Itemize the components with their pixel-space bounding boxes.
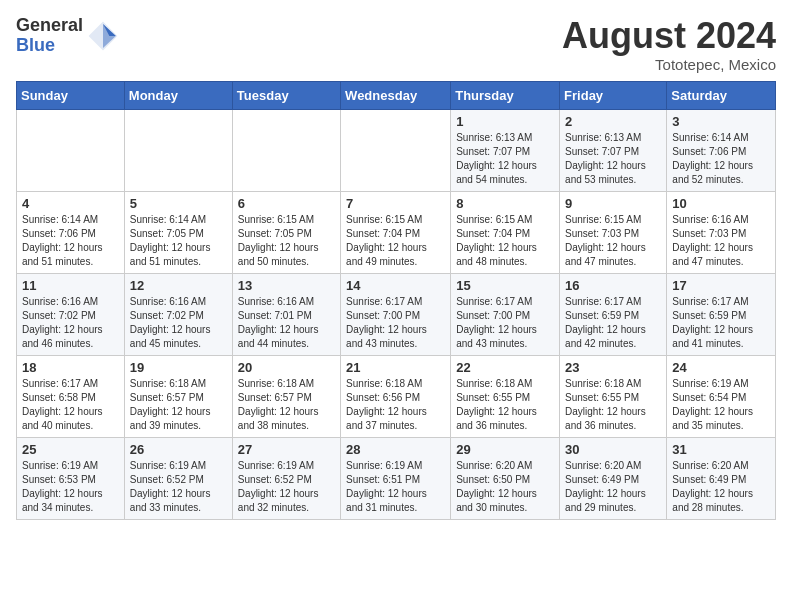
day-number: 21 xyxy=(346,360,445,375)
day-info: Sunrise: 6:16 AM Sunset: 7:02 PM Dayligh… xyxy=(22,295,119,351)
logo-icon xyxy=(87,20,119,52)
calendar-cell: 13Sunrise: 6:16 AM Sunset: 7:01 PM Dayli… xyxy=(232,273,340,355)
day-number: 29 xyxy=(456,442,554,457)
weekday-header: Monday xyxy=(124,81,232,109)
weekday-header: Wednesday xyxy=(341,81,451,109)
day-info: Sunrise: 6:16 AM Sunset: 7:01 PM Dayligh… xyxy=(238,295,335,351)
day-number: 20 xyxy=(238,360,335,375)
day-number: 8 xyxy=(456,196,554,211)
day-info: Sunrise: 6:17 AM Sunset: 7:00 PM Dayligh… xyxy=(346,295,445,351)
calendar-cell: 26Sunrise: 6:19 AM Sunset: 6:52 PM Dayli… xyxy=(124,437,232,519)
calendar: SundayMondayTuesdayWednesdayThursdayFrid… xyxy=(16,81,776,520)
calendar-cell: 29Sunrise: 6:20 AM Sunset: 6:50 PM Dayli… xyxy=(451,437,560,519)
day-number: 24 xyxy=(672,360,770,375)
calendar-cell: 24Sunrise: 6:19 AM Sunset: 6:54 PM Dayli… xyxy=(667,355,776,437)
calendar-cell: 2Sunrise: 6:13 AM Sunset: 7:07 PM Daylig… xyxy=(560,109,667,191)
calendar-cell: 6Sunrise: 6:15 AM Sunset: 7:05 PM Daylig… xyxy=(232,191,340,273)
day-info: Sunrise: 6:18 AM Sunset: 6:57 PM Dayligh… xyxy=(238,377,335,433)
day-number: 13 xyxy=(238,278,335,293)
day-info: Sunrise: 6:20 AM Sunset: 6:49 PM Dayligh… xyxy=(672,459,770,515)
day-number: 11 xyxy=(22,278,119,293)
day-number: 14 xyxy=(346,278,445,293)
day-info: Sunrise: 6:19 AM Sunset: 6:51 PM Dayligh… xyxy=(346,459,445,515)
calendar-cell: 3Sunrise: 6:14 AM Sunset: 7:06 PM Daylig… xyxy=(667,109,776,191)
day-info: Sunrise: 6:18 AM Sunset: 6:57 PM Dayligh… xyxy=(130,377,227,433)
day-number: 25 xyxy=(22,442,119,457)
weekday-header: Thursday xyxy=(451,81,560,109)
logo-general: General xyxy=(16,16,83,36)
day-number: 9 xyxy=(565,196,661,211)
calendar-cell: 17Sunrise: 6:17 AM Sunset: 6:59 PM Dayli… xyxy=(667,273,776,355)
day-info: Sunrise: 6:18 AM Sunset: 6:56 PM Dayligh… xyxy=(346,377,445,433)
day-info: Sunrise: 6:16 AM Sunset: 7:02 PM Dayligh… xyxy=(130,295,227,351)
calendar-cell: 1Sunrise: 6:13 AM Sunset: 7:07 PM Daylig… xyxy=(451,109,560,191)
day-info: Sunrise: 6:20 AM Sunset: 6:49 PM Dayligh… xyxy=(565,459,661,515)
day-info: Sunrise: 6:19 AM Sunset: 6:54 PM Dayligh… xyxy=(672,377,770,433)
day-number: 7 xyxy=(346,196,445,211)
calendar-cell: 28Sunrise: 6:19 AM Sunset: 6:51 PM Dayli… xyxy=(341,437,451,519)
day-number: 2 xyxy=(565,114,661,129)
calendar-cell: 10Sunrise: 6:16 AM Sunset: 7:03 PM Dayli… xyxy=(667,191,776,273)
weekday-header: Saturday xyxy=(667,81,776,109)
day-number: 12 xyxy=(130,278,227,293)
day-number: 4 xyxy=(22,196,119,211)
day-number: 5 xyxy=(130,196,227,211)
day-info: Sunrise: 6:14 AM Sunset: 7:06 PM Dayligh… xyxy=(22,213,119,269)
calendar-cell: 31Sunrise: 6:20 AM Sunset: 6:49 PM Dayli… xyxy=(667,437,776,519)
day-info: Sunrise: 6:20 AM Sunset: 6:50 PM Dayligh… xyxy=(456,459,554,515)
day-info: Sunrise: 6:18 AM Sunset: 6:55 PM Dayligh… xyxy=(565,377,661,433)
calendar-week-row: 25Sunrise: 6:19 AM Sunset: 6:53 PM Dayli… xyxy=(17,437,776,519)
calendar-cell: 20Sunrise: 6:18 AM Sunset: 6:57 PM Dayli… xyxy=(232,355,340,437)
calendar-cell: 11Sunrise: 6:16 AM Sunset: 7:02 PM Dayli… xyxy=(17,273,125,355)
day-number: 23 xyxy=(565,360,661,375)
day-number: 15 xyxy=(456,278,554,293)
calendar-cell xyxy=(17,109,125,191)
weekday-header: Sunday xyxy=(17,81,125,109)
calendar-cell: 14Sunrise: 6:17 AM Sunset: 7:00 PM Dayli… xyxy=(341,273,451,355)
day-info: Sunrise: 6:19 AM Sunset: 6:52 PM Dayligh… xyxy=(130,459,227,515)
day-info: Sunrise: 6:16 AM Sunset: 7:03 PM Dayligh… xyxy=(672,213,770,269)
day-info: Sunrise: 6:17 AM Sunset: 6:59 PM Dayligh… xyxy=(672,295,770,351)
day-info: Sunrise: 6:13 AM Sunset: 7:07 PM Dayligh… xyxy=(565,131,661,187)
calendar-cell: 12Sunrise: 6:16 AM Sunset: 7:02 PM Dayli… xyxy=(124,273,232,355)
day-number: 22 xyxy=(456,360,554,375)
day-info: Sunrise: 6:19 AM Sunset: 6:52 PM Dayligh… xyxy=(238,459,335,515)
day-info: Sunrise: 6:13 AM Sunset: 7:07 PM Dayligh… xyxy=(456,131,554,187)
day-info: Sunrise: 6:17 AM Sunset: 7:00 PM Dayligh… xyxy=(456,295,554,351)
calendar-cell: 4Sunrise: 6:14 AM Sunset: 7:06 PM Daylig… xyxy=(17,191,125,273)
day-info: Sunrise: 6:17 AM Sunset: 6:58 PM Dayligh… xyxy=(22,377,119,433)
day-info: Sunrise: 6:15 AM Sunset: 7:03 PM Dayligh… xyxy=(565,213,661,269)
calendar-cell: 21Sunrise: 6:18 AM Sunset: 6:56 PM Dayli… xyxy=(341,355,451,437)
day-number: 6 xyxy=(238,196,335,211)
calendar-week-row: 4Sunrise: 6:14 AM Sunset: 7:06 PM Daylig… xyxy=(17,191,776,273)
weekday-header: Tuesday xyxy=(232,81,340,109)
day-number: 19 xyxy=(130,360,227,375)
calendar-cell: 27Sunrise: 6:19 AM Sunset: 6:52 PM Dayli… xyxy=(232,437,340,519)
calendar-cell: 22Sunrise: 6:18 AM Sunset: 6:55 PM Dayli… xyxy=(451,355,560,437)
month-year: August 2024 xyxy=(562,16,776,56)
day-number: 28 xyxy=(346,442,445,457)
day-number: 17 xyxy=(672,278,770,293)
day-number: 16 xyxy=(565,278,661,293)
day-number: 10 xyxy=(672,196,770,211)
calendar-week-row: 1Sunrise: 6:13 AM Sunset: 7:07 PM Daylig… xyxy=(17,109,776,191)
day-info: Sunrise: 6:17 AM Sunset: 6:59 PM Dayligh… xyxy=(565,295,661,351)
calendar-cell: 19Sunrise: 6:18 AM Sunset: 6:57 PM Dayli… xyxy=(124,355,232,437)
calendar-cell xyxy=(341,109,451,191)
calendar-week-row: 11Sunrise: 6:16 AM Sunset: 7:02 PM Dayli… xyxy=(17,273,776,355)
calendar-cell: 18Sunrise: 6:17 AM Sunset: 6:58 PM Dayli… xyxy=(17,355,125,437)
day-number: 1 xyxy=(456,114,554,129)
location: Tototepec, Mexico xyxy=(562,56,776,73)
title-area: August 2024 Tototepec, Mexico xyxy=(562,16,776,73)
day-number: 26 xyxy=(130,442,227,457)
page-header: General Blue August 2024 Tototepec, Mexi… xyxy=(16,16,776,73)
calendar-cell: 7Sunrise: 6:15 AM Sunset: 7:04 PM Daylig… xyxy=(341,191,451,273)
day-number: 3 xyxy=(672,114,770,129)
calendar-week-row: 18Sunrise: 6:17 AM Sunset: 6:58 PM Dayli… xyxy=(17,355,776,437)
weekday-header: Friday xyxy=(560,81,667,109)
day-info: Sunrise: 6:15 AM Sunset: 7:05 PM Dayligh… xyxy=(238,213,335,269)
calendar-cell: 15Sunrise: 6:17 AM Sunset: 7:00 PM Dayli… xyxy=(451,273,560,355)
calendar-cell: 5Sunrise: 6:14 AM Sunset: 7:05 PM Daylig… xyxy=(124,191,232,273)
calendar-cell: 25Sunrise: 6:19 AM Sunset: 6:53 PM Dayli… xyxy=(17,437,125,519)
calendar-cell: 16Sunrise: 6:17 AM Sunset: 6:59 PM Dayli… xyxy=(560,273,667,355)
